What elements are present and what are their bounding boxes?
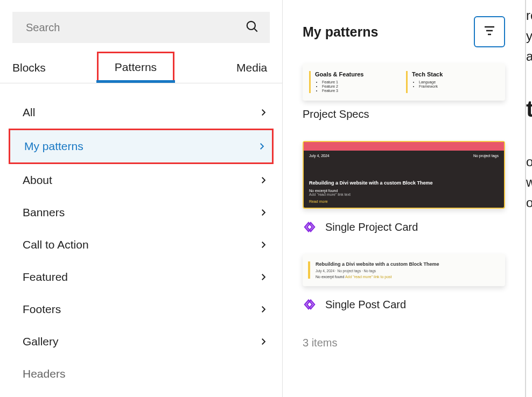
spec-item: Feature 1 [322,80,401,84]
tab-blocks[interactable]: Blocks [12,53,46,83]
preview-body: Rebuilding a Divi website with a custom … [316,261,439,279]
preview-read-more: Read more [309,200,499,203]
pattern-label: Single Post Card [325,299,406,311]
svg-line-1 [254,29,257,31]
excerpt-text: No excerpt found [316,275,345,279]
items-count: 3 items [303,337,505,349]
filter-icon [484,26,495,38]
chevron-right-icon [258,208,268,217]
search-icon [245,19,259,36]
preview-date: July 4, 2024 [309,154,330,158]
filter-button[interactable] [474,16,505,47]
synced-pattern-icon [303,298,319,311]
preview-title: Rebuilding a Divi website with a custom … [309,180,499,186]
category-label: Headers [23,367,65,380]
pattern-single-post-card[interactable]: Rebuilding a Divi website with a custom … [303,254,505,326]
specs-col-goals: Goals & Features Feature 1 Feature 2 Fea… [309,71,401,93]
preview-meta: July 4, 2024 · No project tags · No tags [316,269,439,273]
edge-fragment: a [526,46,532,67]
category-banners[interactable]: Banners [9,196,274,229]
inserter-tabs: Blocks Patterns Media [0,53,282,83]
chevron-right-icon [258,304,268,314]
svg-point-0 [247,22,255,30]
pattern-preview: July 4, 2024 No project tags Rebuilding … [303,141,505,209]
preview-body: July 4, 2024 No project tags Rebuilding … [304,151,504,208]
spec-item: Language [419,80,498,84]
background-article-edge: ro y a t o w o [525,0,532,397]
chevron-right-icon [258,175,268,185]
inserter-left-panel: Blocks Patterns Media All My patterns Ab… [0,0,283,397]
edge-fragment: o [526,152,532,172]
specs-col-list: Feature 1 Feature 2 Feature 3 [315,80,401,93]
results-header: My patterns [303,16,505,47]
chevron-right-icon [258,240,268,250]
preview-meta-row: July 4, 2024 No project tags [309,154,499,158]
edge-fragment: ro [526,5,532,26]
category-about[interactable]: About [9,164,274,196]
search-box[interactable] [12,12,270,43]
category-label: Call to Action [23,238,89,251]
category-headers[interactable]: Headers [9,358,274,390]
category-my-patterns[interactable]: My patterns [9,129,274,164]
excerpt-link-text: Add "read more" link to post [345,275,392,279]
preview-title: Rebuilding a Divi website with a custom … [316,261,439,267]
pattern-preview: Rebuilding a Divi website with a custom … [303,254,505,286]
category-label: About [23,174,52,187]
category-label: Footers [23,303,61,316]
category-label: Gallery [23,335,59,348]
chevron-right-icon [257,141,267,151]
results-title: My patterns [303,24,378,40]
category-footers[interactable]: Footers [9,293,274,325]
category-gallery[interactable]: Gallery [9,325,274,358]
pattern-single-project-card[interactable]: July 4, 2024 No project tags Rebuilding … [303,141,505,249]
search-input[interactable] [26,22,245,34]
preview-excerpt: No excerpt found [309,189,499,193]
specs-col-list: Language Framework [412,80,498,88]
chevron-right-icon [258,337,268,346]
pattern-label-row: Single Post Card [303,286,505,326]
synced-pattern-icon [303,221,319,233]
search-wrap [0,0,282,43]
pattern-categories: All My patterns About Banners Call to Ac… [0,83,282,390]
patterns-results-panel: My patterns Goals & Features Feature 1 F… [283,0,525,397]
pattern-label-row: Single Project Card [303,209,505,249]
category-featured[interactable]: Featured [9,261,274,293]
pattern-label: Single Project Card [325,221,418,233]
tab-patterns[interactable]: Patterns [97,52,174,83]
preview-accent-bar [304,142,504,151]
spec-item: Feature 2 [322,84,401,88]
edge-fragment: t [526,99,532,119]
category-label: Featured [23,271,68,283]
pattern-label: Project Specs [303,101,505,136]
category-label: My patterns [24,140,83,153]
specs-col-title: Goals & Features [315,71,401,77]
category-label: Banners [23,206,65,219]
preview-hint: Add "read more" link text [309,193,499,196]
preview-accent-bar [308,261,310,279]
category-call-to-action[interactable]: Call to Action [9,229,274,261]
edge-fragment: y [526,26,532,46]
spec-item: Framework [419,84,498,88]
edge-fragment: o [526,193,532,213]
preview-excerpt: No excerpt found Add "read more" link to… [316,275,439,279]
specs-col-tech: Tech Stack Language Framework [406,71,498,93]
category-all[interactable]: All [9,96,274,129]
category-label: All [23,106,35,119]
chevron-right-icon [258,272,268,282]
specs-col-title: Tech Stack [412,71,498,77]
spec-item: Feature 3 [322,89,401,93]
pattern-preview: Goals & Features Feature 1 Feature 2 Fea… [303,63,505,101]
chevron-right-icon [258,108,268,117]
tab-media[interactable]: Media [236,53,267,83]
preview-tags: No project tags [473,154,499,158]
pattern-project-specs[interactable]: Goals & Features Feature 1 Feature 2 Fea… [303,63,505,136]
edge-fragment: w [526,172,532,193]
